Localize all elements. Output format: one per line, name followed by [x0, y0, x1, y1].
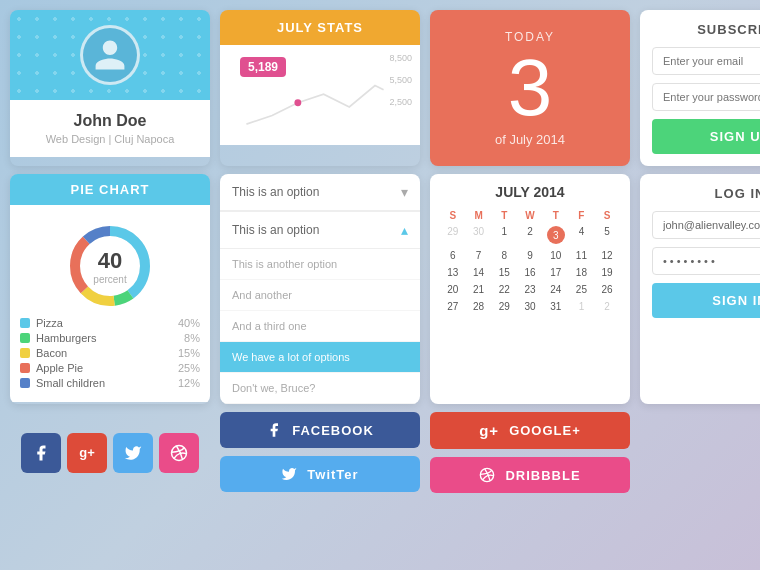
subscribe-password-input[interactable] — [652, 83, 760, 111]
gplus-icon-button[interactable]: g+ — [67, 433, 107, 473]
login-password-input[interactable] — [652, 247, 760, 275]
profile-card: John Doe Web Design | Cluj Napoca — [10, 10, 210, 166]
pie-legend: Pizza 40% Hamburgers 8% Bacon 15% Apple … — [20, 317, 200, 389]
login-title: LOG IN — [652, 186, 760, 201]
pie-center: 40 percent — [93, 248, 126, 285]
today-number: 3 — [508, 48, 553, 128]
login-email-input[interactable] — [652, 211, 760, 239]
stats-chart — [230, 77, 400, 137]
subscribe-title: SUBSCRIBE — [652, 22, 760, 37]
dropdown-open-header[interactable]: This is an option ▴ — [220, 212, 420, 249]
calendar-card: JULY 2014 S M T W T F S 29 30 1 2 3 — [430, 174, 630, 404]
list-item: Pizza 40% — [20, 317, 200, 329]
dribbble-icon-button[interactable] — [159, 433, 199, 473]
stats-card: JULY STATS 5,189 8,500 5,500 2,500 — [220, 10, 420, 166]
pie-chart-card: PIE CHART — [10, 174, 210, 404]
calendar-header: S M T W T F S — [440, 208, 620, 223]
login-card: LOG IN SIGN IN — [640, 174, 760, 404]
profile-body: John Doe Web Design | Cluj Napoca — [10, 100, 210, 157]
pie-chart-area: 40 percent — [20, 221, 200, 311]
list-item: Bacon 15% — [20, 347, 200, 359]
today-subtitle: of July 2014 — [495, 132, 565, 147]
today-label: TODAY — [505, 30, 555, 44]
twitter-icon — [124, 444, 142, 462]
list-item: Small children 12% — [20, 377, 200, 389]
calendar-week: 13 14 15 16 17 18 19 — [440, 264, 620, 281]
list-item: Apple Pie 25% — [20, 362, 200, 374]
calendar-week: 27 28 29 30 31 1 2 — [440, 298, 620, 315]
dropdown-option-highlighted[interactable]: We have a lot of options — [220, 342, 420, 373]
svg-point-0 — [294, 99, 301, 106]
subscribe-card: SUBSCRIBE SIGN UP — [640, 10, 760, 166]
calendar-grid: S M T W T F S 29 30 1 2 3 4 5 — [440, 208, 620, 315]
social-buttons-col2: g+ GOOGLE+ DRIBBBLE — [430, 412, 630, 493]
gplus-icon: g+ — [79, 445, 95, 460]
profile-name: John Doe — [22, 112, 198, 130]
avatar — [80, 25, 140, 85]
dropdown-option[interactable]: This is another option — [220, 249, 420, 280]
dropdown-card: This is an option ▾ This is an option ▴ … — [220, 174, 420, 404]
dropdown-open-list: This is an option ▴ This is another opti… — [220, 211, 420, 404]
stats-title: JULY STATS — [220, 10, 420, 45]
user-icon — [92, 37, 128, 73]
facebook-button-label: FACEBOOK — [292, 423, 374, 438]
stats-value: 5,189 — [240, 57, 286, 77]
social-buttons-col: FACEBOOK TwitTer — [220, 412, 420, 493]
calendar-week: 20 21 22 23 24 25 26 — [440, 281, 620, 298]
dropdown-selected-label: This is an option — [232, 185, 319, 199]
facebook-button[interactable]: FACEBOOK — [220, 412, 420, 448]
profile-subtitle: Web Design | Cluj Napoca — [22, 133, 198, 145]
facebook-icon — [32, 444, 50, 462]
stats-body: 5,189 8,500 5,500 2,500 — [220, 45, 420, 145]
profile-header — [10, 10, 210, 100]
list-item: Hamburgers 8% — [20, 332, 200, 344]
dribbble-button-label: DRIBBBLE — [505, 468, 580, 483]
dribbble-btn-icon — [479, 467, 495, 483]
social-icons-row: g+ — [10, 412, 210, 493]
calendar-week: 29 30 1 2 3 4 5 — [440, 223, 620, 247]
sign-up-button[interactable]: SIGN UP — [652, 119, 760, 154]
chevron-up-icon: ▴ — [401, 222, 408, 238]
dropdown-option[interactable]: And a third one — [220, 311, 420, 342]
twitter-btn-icon — [281, 466, 297, 482]
sign-in-button[interactable]: SIGN IN — [652, 283, 760, 318]
pie-ring: 40 percent — [65, 221, 155, 311]
dropdown-select[interactable]: This is an option ▾ — [220, 174, 420, 211]
google-button[interactable]: g+ GOOGLE+ — [430, 412, 630, 449]
twitter-button-label: TwitTer — [307, 467, 358, 482]
calendar-week: 6 7 8 9 10 11 12 — [440, 247, 620, 264]
dribbble-button[interactable]: DRIBBBLE — [430, 457, 630, 493]
twitter-icon-button[interactable] — [113, 433, 153, 473]
gplus-btn-icon: g+ — [479, 422, 499, 439]
today-card: TODAY 3 of July 2014 — [430, 10, 630, 166]
dribbble-icon — [170, 444, 188, 462]
google-button-label: GOOGLE+ — [509, 423, 581, 438]
dropdown-option[interactable]: Don't we, Bruce? — [220, 373, 420, 404]
pie-chart-body: 40 percent Pizza 40% Hamburgers 8% — [10, 205, 210, 402]
empty-cell — [640, 412, 760, 493]
pie-chart-title: PIE CHART — [10, 174, 210, 205]
twitter-button[interactable]: TwitTer — [220, 456, 420, 492]
pie-center-label: percent — [93, 274, 126, 285]
dropdown-option[interactable]: And another — [220, 280, 420, 311]
calendar-title: JULY 2014 — [440, 184, 620, 200]
subscribe-email-input[interactable] — [652, 47, 760, 75]
dropdown-open-label: This is an option — [232, 223, 319, 237]
facebook-icon-button[interactable] — [21, 433, 61, 473]
chevron-down-icon: ▾ — [401, 184, 408, 200]
facebook-btn-icon — [266, 422, 282, 438]
pie-center-number: 40 — [93, 248, 126, 274]
